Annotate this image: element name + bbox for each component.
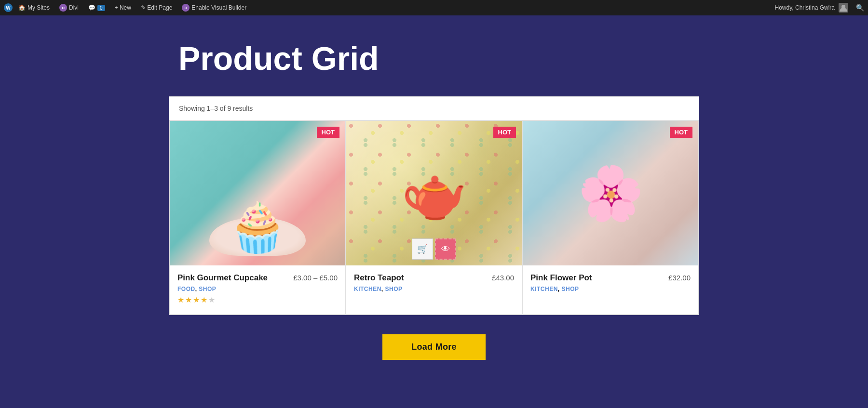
cupcake-category-food[interactable]: FOOD	[177, 286, 195, 292]
teapot-categories: KITCHEN, SHOP	[354, 286, 514, 292]
hot-badge-cupcake: HOT	[317, 127, 339, 138]
teapot-category-kitchen[interactable]: KITCHEN	[354, 286, 381, 292]
page-title: Product Grid	[169, 39, 699, 77]
teapot-info: Retro Teapot £43.00 KITCHEN, SHOP	[346, 265, 522, 305]
cupcake-name-price: Pink Gourmet Cupcake £3.00 – £5.00	[177, 273, 338, 283]
flowerpot-price: £32.00	[668, 274, 691, 282]
star-5-empty: ★	[208, 295, 215, 304]
product-card-flowerpot: HOT Pink Flower Pot £32.00 KITCHEN, SHOP	[522, 120, 699, 315]
flowerpot-image	[523, 121, 698, 265]
edit-page-link[interactable]: ✎ Edit Page	[137, 0, 176, 15]
cupcake-price: £3.00 – £5.00	[293, 274, 338, 282]
cupcake-name: Pink Gourmet Cupcake	[177, 273, 268, 283]
results-bar: Showing 1–3 of 9 results	[169, 96, 699, 120]
teapot-name: Retro Teapot	[354, 273, 404, 283]
my-sites-link[interactable]: 🏠 My Sites	[14, 0, 54, 15]
cupcake-image	[170, 121, 345, 265]
main-content: Product Grid Showing 1–3 of 9 results HO…	[0, 15, 868, 408]
load-more-button[interactable]: Load More	[382, 334, 486, 360]
product-card-teapot: 🫖 HOT 🛒 👁 Retro Teapot £43.00 KITCHEN,	[346, 120, 522, 315]
teapot-price: £43.00	[492, 274, 514, 282]
star-4-half: ★	[201, 295, 207, 304]
star-3: ★	[193, 295, 200, 304]
visual-builder-icon: D	[182, 4, 190, 12]
star-1: ★	[177, 295, 184, 304]
teapot-emoji: 🫖	[401, 162, 467, 224]
comments-link[interactable]: 💬 0	[84, 0, 109, 15]
flowerpot-name: Pink Flower Pot	[530, 273, 592, 283]
flowerpot-categories: KITCHEN, SHOP	[530, 286, 691, 292]
edit-page-label: ✎ Edit Page	[141, 4, 172, 11]
new-link[interactable]: + New	[111, 0, 135, 15]
admin-bar: W 🏠 My Sites D Divi 💬 0 + New ✎ Edit Pag…	[0, 0, 868, 15]
comment-icon: 💬	[88, 4, 95, 11]
flowerpot-info: Pink Flower Pot £32.00 KITCHEN, SHOP	[523, 265, 698, 305]
divi-link[interactable]: D Divi	[55, 0, 82, 15]
wordpress-logo-icon[interactable]: W	[4, 3, 13, 12]
new-label: + New	[115, 4, 131, 11]
greeting-text: Howdy, Christina Gwira	[775, 4, 835, 11]
cupcake-category-shop[interactable]: SHOP	[199, 286, 216, 292]
flowerpot-name-price: Pink Flower Pot £32.00	[530, 273, 691, 283]
teapot-overlay: 🛒 👁	[412, 238, 456, 260]
hot-badge-teapot: HOT	[493, 127, 516, 138]
user-avatar[interactable]	[839, 3, 848, 13]
teapot-name-price: Retro Teapot £43.00	[354, 273, 514, 283]
product-image-cupcake[interactable]: HOT	[170, 121, 345, 265]
results-text: Showing 1–3 of 9 results	[179, 105, 253, 112]
hot-badge-flowerpot: HOT	[670, 127, 692, 138]
enable-visual-builder-label: Enable Visual Builder	[191, 4, 246, 11]
cupcake-categories: FOOD, SHOP	[177, 286, 338, 292]
divi-label: Divi	[69, 4, 79, 11]
my-sites-label: My Sites	[27, 4, 50, 11]
star-2: ★	[185, 295, 192, 304]
teapot-category-shop[interactable]: SHOP	[385, 286, 403, 292]
add-to-cart-button-teapot[interactable]: 🛒	[412, 238, 433, 260]
product-image-teapot[interactable]: 🫖 HOT 🛒 👁	[346, 121, 522, 265]
my-sites-icon: 🏠	[18, 4, 26, 11]
product-image-flowerpot[interactable]: HOT	[523, 121, 698, 265]
cupcake-star-rating: ★ ★ ★ ★ ★	[177, 295, 338, 304]
comment-count: 0	[97, 5, 105, 11]
flowerpot-category-kitchen[interactable]: KITCHEN	[530, 286, 558, 292]
quick-view-button-teapot[interactable]: 👁	[435, 238, 456, 260]
load-more-wrap: Load More	[169, 334, 699, 360]
enable-visual-builder-link[interactable]: D Enable Visual Builder	[178, 0, 250, 15]
product-grid: HOT Pink Gourmet Cupcake £3.00 – £5.00 F…	[169, 120, 699, 315]
flowerpot-category-shop[interactable]: SHOP	[562, 286, 579, 292]
cupcake-info: Pink Gourmet Cupcake £3.00 – £5.00 FOOD,…	[170, 265, 345, 314]
search-icon[interactable]: 🔍	[856, 4, 864, 12]
divi-icon: D	[59, 4, 67, 12]
product-card-cupcake: HOT Pink Gourmet Cupcake £3.00 – £5.00 F…	[169, 120, 346, 315]
